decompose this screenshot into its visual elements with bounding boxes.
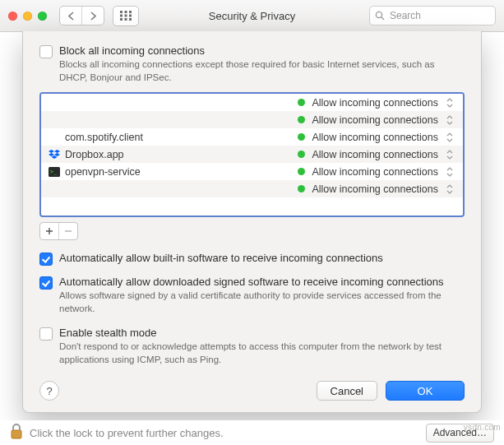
app-status-control[interactable]: Allow incoming connections bbox=[298, 166, 455, 178]
stealth-checkbox[interactable] bbox=[39, 327, 53, 341]
status-dot-icon bbox=[298, 99, 305, 106]
nav-buttons bbox=[59, 6, 104, 25]
svg-rect-3 bbox=[120, 15, 123, 17]
svg-rect-18 bbox=[12, 430, 21, 438]
cancel-button[interactable]: Cancel bbox=[317, 381, 377, 401]
auto-signed-label: Automatically allow downloaded signed so… bbox=[59, 276, 465, 288]
show-all-button[interactable] bbox=[113, 6, 139, 26]
auto-builtin-checkbox[interactable] bbox=[39, 253, 53, 266]
advanced-button[interactable]: Advanced… bbox=[426, 424, 494, 443]
stealth-desc: Don't respond to or acknowledge attempts… bbox=[59, 341, 465, 366]
status-dot-icon bbox=[298, 133, 305, 141]
status-dot-icon bbox=[298, 168, 305, 175]
app-row[interactable]: Dropbox.appAllow incoming connections bbox=[41, 146, 463, 163]
sheet-footer: ? Cancel OK bbox=[39, 381, 465, 401]
app-status-label: Allow incoming connections bbox=[312, 97, 438, 109]
app-row[interactable]: Allow incoming connections bbox=[41, 180, 463, 197]
app-name: Dropbox.app bbox=[65, 149, 124, 160]
app-row[interactable]: >_openvpn-serviceAllow incoming connecti… bbox=[41, 163, 463, 180]
app-row[interactable] bbox=[41, 197, 463, 215]
svg-rect-1 bbox=[125, 11, 127, 13]
app-status-label: Allow incoming connections bbox=[312, 149, 438, 160]
lock-text: Click the lock to prevent further change… bbox=[30, 427, 224, 439]
lock-bar: Click the lock to prevent further change… bbox=[0, 420, 504, 445]
blank-icon bbox=[48, 183, 60, 195]
svg-rect-5 bbox=[129, 15, 132, 17]
auto-builtin-label: Automatically allow built-in software to… bbox=[59, 252, 465, 264]
svg-point-9 bbox=[376, 12, 381, 17]
blank-icon bbox=[48, 114, 60, 126]
chevron-left-icon bbox=[67, 12, 75, 21]
search-input[interactable] bbox=[388, 9, 490, 22]
status-dot-icon bbox=[298, 116, 305, 123]
app-row[interactable]: Allow incoming connections bbox=[41, 111, 463, 128]
close-window-button[interactable] bbox=[8, 12, 17, 21]
firewall-options-sheet: Block all incoming connections Blocks al… bbox=[22, 31, 482, 413]
remove-app-button[interactable] bbox=[58, 223, 77, 239]
dropbox-icon bbox=[48, 148, 60, 160]
lock-icon[interactable] bbox=[10, 424, 23, 443]
app-status-label: Allow incoming connections bbox=[312, 183, 438, 195]
stealth-row: Enable stealth mode Don't respond to or … bbox=[39, 327, 465, 366]
status-stepper-icon[interactable] bbox=[445, 184, 455, 194]
svg-marker-12 bbox=[54, 150, 60, 153]
minus-icon bbox=[64, 227, 72, 235]
app-status-control[interactable]: Allow incoming connections bbox=[298, 97, 455, 109]
svg-text:>_: >_ bbox=[50, 169, 58, 175]
zoom-window-button[interactable] bbox=[38, 12, 47, 21]
stealth-label: Enable stealth mode bbox=[59, 327, 465, 339]
status-stepper-icon[interactable] bbox=[445, 150, 455, 160]
grid-icon bbox=[120, 11, 132, 21]
block-all-label: Block all incoming connections bbox=[59, 44, 465, 57]
svg-marker-13 bbox=[49, 153, 54, 156]
exec-icon: >_ bbox=[48, 165, 60, 178]
svg-rect-0 bbox=[120, 11, 123, 13]
app-status-label: Allow incoming connections bbox=[312, 166, 438, 178]
app-status-label: Allow incoming connections bbox=[312, 114, 438, 126]
app-status-control[interactable]: Allow incoming connections bbox=[298, 132, 455, 143]
auto-signed-checkbox[interactable] bbox=[39, 276, 53, 290]
svg-rect-2 bbox=[129, 11, 132, 13]
block-all-checkbox[interactable] bbox=[39, 45, 53, 58]
app-name: com.spotify.client bbox=[65, 132, 143, 143]
app-status-control[interactable]: Allow incoming connections bbox=[298, 114, 455, 126]
status-dot-icon bbox=[298, 151, 305, 158]
blank-icon bbox=[48, 200, 60, 212]
status-dot-icon bbox=[298, 185, 305, 192]
app-status-label: Allow incoming connections bbox=[312, 132, 438, 143]
add-app-button[interactable] bbox=[40, 223, 58, 239]
minimize-window-button[interactable] bbox=[23, 12, 32, 21]
plus-icon bbox=[45, 227, 53, 235]
status-stepper-icon[interactable] bbox=[445, 115, 455, 125]
svg-rect-8 bbox=[129, 18, 132, 21]
svg-rect-6 bbox=[120, 18, 123, 21]
none-icon bbox=[48, 131, 60, 143]
search-icon bbox=[375, 11, 385, 21]
app-row[interactable]: Allow incoming connections bbox=[41, 94, 463, 111]
status-stepper-icon[interactable] bbox=[445, 98, 455, 108]
help-button[interactable]: ? bbox=[39, 381, 59, 401]
block-all-desc: Blocks all incoming connections except t… bbox=[59, 58, 465, 84]
svg-rect-4 bbox=[125, 15, 127, 17]
app-name: openvpn-service bbox=[65, 166, 141, 178]
titlebar: Security & Privacy bbox=[0, 0, 504, 32]
svg-line-10 bbox=[381, 17, 384, 20]
app-list[interactable]: Allow incoming connectionsAllow incoming… bbox=[39, 92, 465, 217]
status-stepper-icon[interactable] bbox=[445, 132, 455, 142]
forward-button[interactable] bbox=[81, 7, 104, 25]
svg-marker-11 bbox=[49, 150, 54, 153]
svg-marker-15 bbox=[51, 155, 57, 159]
svg-marker-14 bbox=[54, 153, 60, 156]
search-field[interactable] bbox=[369, 6, 496, 25]
svg-rect-7 bbox=[125, 18, 127, 21]
app-status-control[interactable]: Allow incoming connections bbox=[298, 183, 455, 195]
auto-signed-desc: Allows software signed by a valid certif… bbox=[59, 290, 465, 315]
app-status-control[interactable]: Allow incoming connections bbox=[298, 149, 455, 160]
back-button[interactable] bbox=[60, 7, 81, 25]
auto-builtin-row: Automatically allow built-in software to… bbox=[39, 252, 465, 266]
status-stepper-icon[interactable] bbox=[445, 167, 455, 177]
add-remove-control bbox=[39, 222, 78, 240]
chevron-right-icon bbox=[90, 12, 97, 21]
app-row[interactable]: com.spotify.clientAllow incoming connect… bbox=[41, 128, 463, 146]
ok-button[interactable]: OK bbox=[386, 381, 465, 401]
